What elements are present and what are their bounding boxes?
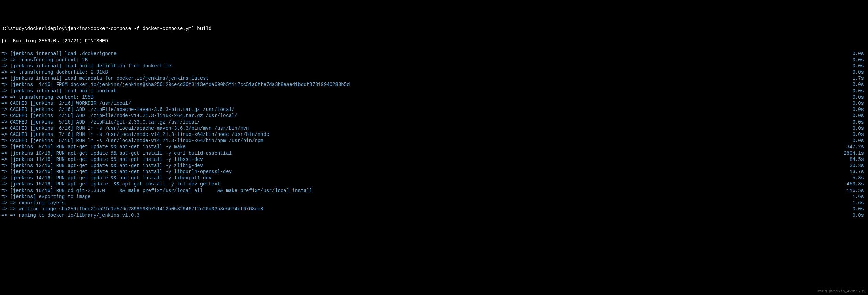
build-step: => [jenkins internal] load metadata for …: [1, 75, 867, 81]
step-timing: 1.6s: [852, 200, 867, 206]
step-timing: 347.2s: [847, 144, 867, 150]
step-timing: 13.7s: [849, 169, 867, 175]
build-step: => CACHED [jenkins 7/16] RUN ln -s /usr/…: [1, 131, 867, 138]
step-text: => => transferring context: 195B: [1, 94, 852, 100]
step-timing: 0.0s: [852, 88, 867, 94]
step-timing: 2804.1s: [844, 150, 867, 156]
command-prompt: D:\study\docker\deploy\jenkins>docker-co…: [1, 26, 867, 32]
build-step: => => writing image sha256:fbdc21c52fd1e…: [1, 206, 867, 212]
build-step: => [jenkins] exporting to image1.6s: [1, 194, 867, 200]
build-step: => [jenkins 1/16] FROM docker.io/jenkins…: [1, 81, 867, 88]
step-text: => [jenkins 9/16] RUN apt-get update && …: [1, 144, 847, 150]
step-timing: 0.0s: [852, 57, 867, 63]
build-step: => [jenkins 11/16] RUN apt-get update &&…: [1, 156, 867, 163]
build-step: => CACHED [jenkins 4/16] ADD ./zipFile/n…: [1, 113, 867, 119]
build-step: => [jenkins 13/16] RUN apt-get update &&…: [1, 169, 867, 175]
build-step: => => naming to docker.io/library/jenkin…: [1, 212, 867, 218]
step-timing: 5.8s: [852, 175, 867, 181]
step-text: => [jenkins 13/16] RUN apt-get update &&…: [1, 169, 849, 175]
step-text: => [jenkins 12/16] RUN apt-get update &&…: [1, 163, 849, 169]
build-steps: => [jenkins internal] load .dockerignore…: [1, 51, 867, 219]
step-timing: 0.0s: [852, 125, 867, 131]
build-step: => [jenkins internal] load build definit…: [1, 63, 867, 69]
build-step: => CACHED [jenkins 2/16] WORKDIR /usr/lo…: [1, 100, 867, 106]
step-timing: 0.0s: [852, 113, 867, 119]
step-text: => [jenkins internal] load .dockerignore: [1, 51, 852, 57]
step-text: => [jenkins 16/16] RUN cd git-2.33.0 && …: [1, 188, 847, 194]
build-step: => CACHED [jenkins 5/16] ADD ./zipFile/g…: [1, 119, 867, 125]
step-timing: 0.0s: [852, 63, 867, 69]
build-step: => CACHED [jenkins 8/16] RUN ln -s /usr/…: [1, 138, 867, 144]
step-timing: 0.0s: [852, 212, 867, 218]
step-text: => [jenkins 15/16] RUN apt-get update &&…: [1, 181, 847, 187]
step-text: => CACHED [jenkins 5/16] ADD ./zipFile/g…: [1, 119, 852, 125]
step-timing: 116.5s: [847, 188, 867, 194]
step-timing: 0.0s: [852, 206, 867, 212]
step-timing: 84.5s: [849, 156, 867, 163]
step-text: => [jenkins internal] load metadata for …: [1, 75, 852, 81]
build-step: => => transferring context: 2B0.0s: [1, 57, 867, 63]
build-step: => [jenkins internal] load .dockerignore…: [1, 51, 867, 57]
step-timing: 0.0s: [852, 81, 867, 88]
build-step: => => exporting layers1.6s: [1, 200, 867, 206]
step-text: => CACHED [jenkins 4/16] ADD ./zipFile/n…: [1, 113, 852, 119]
step-text: => CACHED [jenkins 3/16] ADD ./zipFile/a…: [1, 106, 852, 113]
step-timing: 0.0s: [852, 106, 867, 113]
step-text: => [jenkins internal] load build definit…: [1, 63, 852, 69]
build-step: => CACHED [jenkins 3/16] ADD ./zipFile/a…: [1, 106, 867, 113]
build-step: => [jenkins 12/16] RUN apt-get update &&…: [1, 163, 867, 169]
step-text: => [jenkins 14/16] RUN apt-get update &&…: [1, 175, 852, 181]
build-step: => [jenkins 14/16] RUN apt-get update &&…: [1, 175, 867, 181]
step-text: => [jenkins 11/16] RUN apt-get update &&…: [1, 156, 849, 163]
step-text: => => transferring dockerfile: 2.91kB: [1, 69, 852, 75]
build-step: => [jenkins 9/16] RUN apt-get update && …: [1, 144, 867, 150]
step-text: => CACHED [jenkins 8/16] RUN ln -s /usr/…: [1, 138, 852, 144]
step-timing: 453.3s: [847, 181, 867, 187]
step-text: => CACHED [jenkins 7/16] RUN ln -s /usr/…: [1, 131, 852, 138]
step-text: => CACHED [jenkins 6/16] RUN ln -s /usr/…: [1, 125, 852, 131]
step-text: => => exporting layers: [1, 200, 852, 206]
step-text: => [jenkins] exporting to image: [1, 194, 852, 200]
step-timing: 30.3s: [849, 163, 867, 169]
step-text: => [jenkins 1/16] FROM docker.io/jenkins…: [1, 81, 852, 88]
step-timing: 0.0s: [852, 94, 867, 100]
build-step: => [jenkins 10/16] RUN apt-get update &&…: [1, 150, 867, 156]
step-text: => => naming to docker.io/library/jenkin…: [1, 212, 852, 218]
build-step: => [jenkins 15/16] RUN apt-get update &&…: [1, 181, 867, 187]
build-step: => => transferring dockerfile: 2.91kB0.0…: [1, 69, 867, 75]
build-step: => [jenkins internal] load build context…: [1, 88, 867, 94]
step-timing: 0.0s: [852, 100, 867, 106]
step-timing: 0.0s: [852, 131, 867, 138]
step-text: => => transferring context: 2B: [1, 57, 852, 63]
step-timing: 0.0s: [852, 69, 867, 75]
step-timing: 1.7s: [852, 75, 867, 81]
step-text: => [jenkins 10/16] RUN apt-get update &&…: [1, 150, 844, 156]
step-timing: 0.0s: [852, 119, 867, 125]
build-step: => => transferring context: 195B0.0s: [1, 94, 867, 100]
step-timing: 0.0s: [852, 51, 867, 57]
step-timing: 0.0s: [852, 138, 867, 144]
step-text: => => writing image sha256:fbdc21c52fd1e…: [1, 206, 852, 212]
build-step: => CACHED [jenkins 6/16] RUN ln -s /usr/…: [1, 125, 867, 131]
build-status: [+] Building 3859.0s (21/21) FINISHED: [1, 38, 867, 44]
step-text: => [jenkins internal] load build context: [1, 88, 852, 94]
build-step: => [jenkins 16/16] RUN cd git-2.33.0 && …: [1, 188, 867, 194]
step-text: => CACHED [jenkins 2/16] WORKDIR /usr/lo…: [1, 100, 852, 106]
step-timing: 1.6s: [852, 194, 867, 200]
